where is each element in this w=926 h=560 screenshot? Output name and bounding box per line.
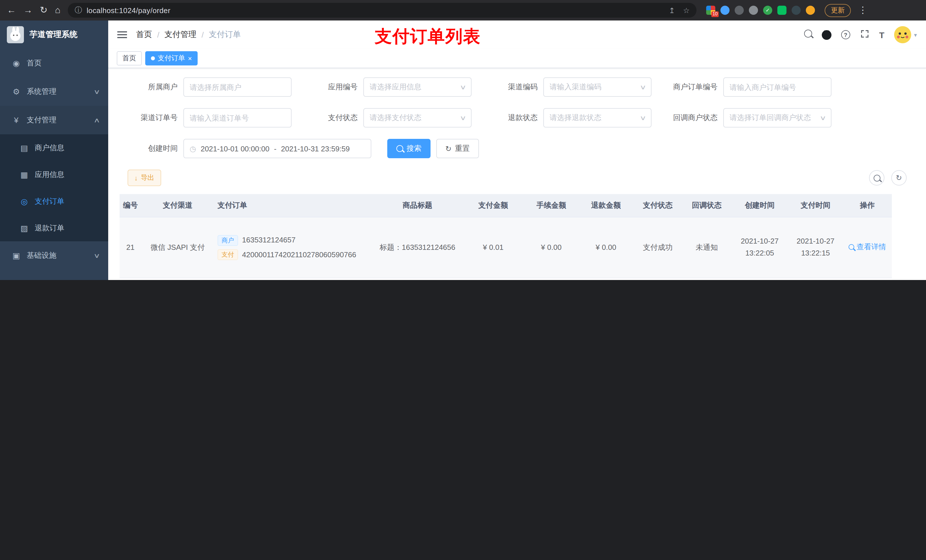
table-toolbar: ↓ 导出 ↻	[120, 170, 915, 186]
col-header-pay-time: 支付时间	[788, 194, 843, 217]
merchant-order-no-input[interactable]	[723, 77, 831, 97]
pay-status-select[interactable]: 请选择支付状态 ∨	[363, 108, 472, 127]
extension-icon-3[interactable]	[735, 6, 744, 15]
date-range-separator: -	[274, 144, 277, 153]
sidebar-item-app-info[interactable]: ▦ 应用信息	[0, 161, 108, 188]
avatar	[894, 26, 911, 43]
date-end-value[interactable]: 2021-10-31 23:59:59	[281, 144, 350, 153]
notify-status: 未通知	[682, 278, 731, 280]
filter-label-app-no: 应用编号	[300, 82, 363, 92]
filter-label-refund-status: 退款状态	[480, 113, 543, 123]
sidebar-item-home[interactable]: ◉ 首页	[0, 49, 108, 77]
product-title: 标题：1635311949168	[372, 278, 462, 280]
tools-icon: ⚒	[11, 279, 21, 280]
view-detail-link[interactable]: 查看详情	[849, 241, 886, 253]
refund-amount: ¥ 0.00	[579, 217, 633, 278]
tab-label: 支付订单	[158, 53, 185, 63]
breadcrumb-home[interactable]: 首页	[136, 30, 152, 40]
filter-label-channel-code: 渠道编码	[480, 82, 543, 92]
extension-icon-5[interactable]: ✓	[763, 6, 772, 15]
sidebar-item-payment[interactable]: ¥ 支付管理 ∧	[0, 106, 108, 134]
col-header-notify: 回调状态	[682, 194, 731, 217]
notify-status: 未通知	[682, 217, 731, 278]
sidebar-item-label: 商户信息	[35, 143, 64, 153]
share-icon[interactable]: ↥	[669, 6, 675, 15]
page-annotation: 支付订单列表	[375, 25, 481, 48]
caret-down-icon: ▾	[914, 32, 917, 38]
bookmark-star-icon[interactable]: ☆	[683, 6, 690, 15]
app-no-select[interactable]: 请选择应用信息 ∨	[363, 77, 472, 97]
extensions-area: 10 ✓	[706, 6, 815, 15]
search-icon[interactable]	[804, 30, 812, 40]
export-button[interactable]: ↓ 导出	[127, 170, 161, 186]
date-start-value[interactable]: 2021-10-01 00:00:00	[201, 144, 269, 153]
sidebar-item-label: 退款订单	[35, 223, 64, 233]
sidebar-item-merchant-info[interactable]: ▤ 商户信息	[0, 134, 108, 161]
payment-submenu: ▤ 商户信息 ▦ 应用信息 ◎ 支付订单 ▨ 退款订单	[0, 134, 108, 241]
breadcrumb-payment[interactable]: 支付管理	[165, 30, 197, 40]
col-header-order: 支付订单	[214, 194, 372, 217]
home-icon[interactable]: ⌂	[55, 6, 61, 15]
sidebar-item-label: 支付订单	[35, 196, 64, 206]
dashboard-icon: ◉	[11, 59, 21, 68]
table-refresh-button[interactable]: ↻	[891, 170, 906, 186]
extension-icon-1[interactable]: 10	[706, 6, 715, 15]
font-size-icon[interactable]: T	[879, 30, 884, 39]
tab-pay-orders[interactable]: 支付订单 ×	[145, 51, 198, 65]
select-placeholder: 请选择订单回调商户状态	[729, 113, 811, 123]
sidebar-logo: 芋道管理系统	[0, 21, 108, 49]
channel-order-no-input[interactable]	[183, 108, 292, 127]
extension-icon-4[interactable]	[749, 6, 758, 15]
breadcrumb: 首页 / 支付管理 / 支付订单	[136, 30, 241, 40]
filter-row-3: 创建时间 ◷ 2021-10-01 00:00:00 - 2021-10-31 …	[120, 139, 915, 158]
sidebar-item-refund-orders[interactable]: ▨ 退款订单	[0, 214, 108, 241]
browser-menu-icon[interactable]: ⋮	[858, 6, 867, 15]
url-bar[interactable]: ⓘ localhost:1024/pay/order ↥ ☆	[68, 3, 696, 18]
document-icon: ▨	[20, 223, 29, 232]
refund-status-select[interactable]: 请选择退款状态 ∨	[543, 108, 652, 127]
sidebar-item-system[interactable]: ⚙ 系统管理 ∨	[0, 77, 108, 106]
sidebar-item-pay-orders[interactable]: ◎ 支付订单	[0, 188, 108, 214]
chevron-up-icon: ∧	[94, 116, 100, 124]
pay-time: 2021-10-27 13:22:15	[788, 217, 843, 278]
col-header-id: 编号	[120, 194, 141, 217]
channel-code-select[interactable]: 请输入渠道编码 ∨	[543, 77, 652, 97]
sidebar-item-infrastructure[interactable]: ▣ 基础设施 ∨	[0, 241, 108, 270]
orders-table: 编号 支付渠道 支付订单 商品标题 支付金额 手续金额 退款金额 支付状态 回调…	[120, 194, 892, 280]
github-icon[interactable]	[822, 30, 831, 39]
page-content: 所属商户 应用编号 请选择应用信息 ∨ 渠道编码 请输入渠道编码	[108, 68, 926, 280]
filter-label-owner: 所属商户	[120, 82, 183, 92]
extension-icon-7[interactable]	[791, 6, 801, 15]
owner-merchant-input[interactable]	[183, 77, 292, 97]
merchant-tag: 商户	[218, 235, 238, 246]
fullscreen-icon[interactable]	[860, 29, 870, 41]
close-icon[interactable]: ×	[188, 55, 192, 62]
filter-label-pay-status: 支付状态	[300, 113, 363, 123]
reload-icon[interactable]: ↻	[40, 6, 48, 15]
col-header-actions: 操作	[843, 194, 892, 217]
extension-icon-6[interactable]	[777, 6, 787, 15]
back-icon[interactable]: ←	[7, 6, 16, 15]
reset-button[interactable]: ↻ 重置	[436, 139, 479, 158]
user-avatar-menu[interactable]: ▾	[894, 26, 917, 43]
table-search-toggle-button[interactable]	[869, 170, 884, 186]
sidebar-item-dev-tools[interactable]: ⚒ 研发工具 ∨	[0, 270, 108, 280]
extension-icon-2[interactable]	[720, 6, 729, 15]
sidebar-item-label: 应用信息	[35, 169, 64, 180]
help-icon[interactable]: ?	[841, 30, 850, 39]
site-info-icon[interactable]: ⓘ	[75, 5, 82, 15]
forward-icon[interactable]: →	[23, 6, 32, 15]
merchant-order-no: 1635312124657	[242, 234, 295, 246]
target-icon: ◎	[20, 197, 29, 206]
create-time-range-picker[interactable]: ◷ 2021-10-01 00:00:00 - 2021-10-31 23:59…	[183, 139, 371, 158]
search-button[interactable]: 搜索	[387, 139, 431, 158]
sidebar-toggle-button[interactable]	[117, 31, 127, 39]
chevron-down-icon: ∨	[94, 252, 100, 259]
tab-home[interactable]: 首页	[117, 51, 142, 65]
pay-order-cell: 商户1635311949168 支付4200001181202110277723…	[214, 278, 372, 280]
fee-amount: ¥ 0.00	[524, 217, 579, 278]
notify-status-select[interactable]: 请选择订单回调商户状态 ∨	[723, 108, 831, 127]
breadcrumb-separator: /	[157, 30, 159, 39]
browser-update-button[interactable]: 更新	[825, 4, 851, 17]
extension-icon-8[interactable]	[806, 6, 815, 15]
